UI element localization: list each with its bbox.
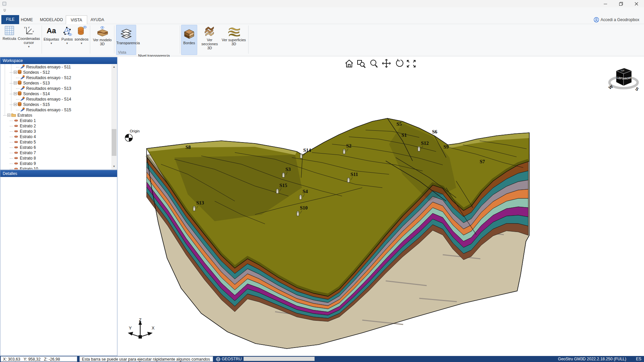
geostru-brand[interactable]: GEOSTRU	[216, 356, 241, 362]
user-icon	[594, 17, 599, 22]
borehole-label-s2: S2	[346, 143, 352, 148]
borehole-s9: S9	[443, 144, 449, 149]
sondeos-button[interactable]: sondeos ▼	[74, 25, 89, 46]
coordenadas-cursor-button[interactable]: Y z x Coordenadas cursor ▼	[17, 25, 40, 49]
scroll-up-icon[interactable]: ▲	[111, 64, 117, 70]
tree-item-estrato-2[interactable]: Estrato 2	[10, 123, 36, 129]
tree-expand-icon[interactable]	[14, 102, 17, 107]
resultado-icon	[20, 64, 25, 70]
bordes-label: Bordes	[183, 41, 195, 45]
puntos-button[interactable]: Puntos ▼	[60, 25, 74, 46]
tree-item-estrato-9[interactable]: Estrato 9	[10, 161, 36, 166]
borehole-label-s1: S1	[401, 132, 407, 138]
ver-superficies-3d-button[interactable]: Ver superficies 3D	[221, 25, 246, 46]
tree-item-estrato-1[interactable]: Estrato 1	[10, 118, 36, 123]
borehole-s6: S6	[432, 129, 437, 134]
tree-item-estratos[interactable]: Estratos	[3, 113, 32, 118]
dropdown-caret-icon[interactable]: ▼	[17, 45, 40, 49]
resultado-icon	[20, 86, 25, 91]
tree-expand-icon[interactable]	[7, 113, 11, 118]
tree-item-estrato-4[interactable]: Estrato 4	[10, 134, 36, 139]
tree-item-sondeos-s14[interactable]: Sondeos - S14	[10, 91, 50, 97]
estrato-icon	[14, 167, 18, 169]
geological-model[interactable]: S8S2S14S3S11S15S4S13S10S5S1S6S12S9S7	[118, 57, 644, 356]
borehole-label-s11: S11	[351, 172, 358, 177]
tree-item-label: Estrato 7	[20, 150, 36, 155]
tree-item-resultados-ensayo-s15[interactable]: Resultados ensayo - S15	[16, 107, 71, 113]
scroll-thumb[interactable]	[112, 129, 116, 156]
language-indicator[interactable]: ES	[636, 357, 641, 361]
close-button[interactable]	[629, 0, 644, 7]
tab-ayuda[interactable]: AYUDA	[86, 15, 109, 24]
ver-secciones-3d-button[interactable]: Ver secciones 3D	[199, 25, 220, 50]
minimize-button[interactable]	[598, 0, 613, 7]
borehole-s8: S8	[185, 144, 191, 150]
borehole-label-s9: S9	[443, 144, 449, 149]
tab-home[interactable]: HOME	[16, 15, 38, 24]
tree-expand-icon[interactable]	[14, 70, 17, 75]
tree-item-resultados-ensayo-s12[interactable]: Resultados ensayo - S12	[16, 75, 71, 80]
account-label: Accedi a Geodropbox	[601, 17, 639, 22]
ver-modelo-3d-button[interactable]: Ver modelo 3D	[92, 25, 113, 46]
tree-connector	[10, 105, 13, 105]
estrato-icon	[14, 118, 18, 123]
estrato-icon	[14, 145, 18, 150]
bordes-button[interactable]: Bordes	[181, 25, 197, 55]
borehole-label-s6: S6	[432, 129, 437, 134]
borders-layers-icon	[183, 28, 196, 40]
dropdown-caret-icon[interactable]: ▼	[43, 42, 60, 46]
tree-connector	[10, 121, 13, 121]
detalles-header[interactable]: Detalles	[0, 170, 117, 177]
cursor-coordinates: X: 303,63 Y: 958,32 Z: -26,98	[1, 356, 77, 362]
toolbar-options-icon[interactable]	[3, 9, 7, 12]
tree-item-resultados-ensayo-s13[interactable]: Resultados ensayo - S13	[16, 86, 71, 91]
terrain-model-icon	[96, 25, 109, 37]
tree-item-label: Sondeos - S12	[23, 70, 50, 75]
tree-item-estrato-6[interactable]: Estrato 6	[10, 145, 36, 150]
tree-connector	[10, 126, 13, 126]
tab-modelado[interactable]: MODELADO	[35, 15, 68, 24]
sections-icon	[203, 25, 216, 37]
estrato-icon	[14, 124, 18, 128]
restore-button[interactable]	[613, 0, 629, 7]
workspace-header[interactable]: Workspace	[0, 57, 117, 64]
dropdown-caret-icon[interactable]: ▼	[74, 42, 89, 46]
tree-connector	[10, 164, 13, 164]
tree-expand-icon[interactable]	[14, 92, 17, 96]
workspace-tree: Resultados ensayo - S11Sondeos - S12Resu…	[1, 64, 111, 169]
ver-modelo-label: Ver modelo 3D	[93, 38, 112, 46]
tree-connector	[10, 83, 13, 83]
workspace-scrollbar[interactable]: ▲ ▼	[111, 64, 117, 169]
tree-item-sondeos-s12[interactable]: Sondeos - S12	[10, 70, 50, 75]
etiquetas-button[interactable]: Aa Etiquetas ▼	[43, 25, 60, 46]
tree-item-estrato-8[interactable]: Estrato 8	[10, 156, 36, 161]
tree-item-sondeos-s15[interactable]: Sondeos - S15	[10, 102, 50, 107]
tree-item-label: Estratos	[17, 113, 32, 118]
scroll-down-icon[interactable]: ▼	[111, 164, 117, 169]
ver-secciones-label: Ver secciones 3D	[202, 38, 218, 50]
detalles-panel: Detalles	[0, 170, 117, 356]
labels-Aa-icon: Aa	[43, 25, 60, 36]
command-hint-bar[interactable]: Esta barra se puede usar para ejecutar r…	[79, 356, 213, 362]
tree-connector	[16, 78, 19, 78]
tree-expand-icon[interactable]	[14, 81, 17, 85]
tree-item-resultados-ensayo-s14[interactable]: Resultados ensayo - S14	[16, 97, 71, 102]
ver-superficies-label: Ver superficies 3D	[222, 38, 246, 46]
viewport-3d[interactable]: TOP LEFT FRONT W S Origin Z Y X	[118, 57, 644, 356]
account-login[interactable]: Accedi a Geodropbox	[594, 17, 639, 23]
tree-connector	[16, 67, 19, 67]
tree-item-sondeos-s13[interactable]: Sondeos - S13	[10, 80, 50, 86]
tree-item-estrato-5[interactable]: Estrato 5	[10, 139, 36, 145]
dropdown-caret-icon[interactable]: ▼	[60, 42, 74, 46]
tree-item-estrato-3[interactable]: Estrato 3	[10, 129, 36, 134]
borehole-s1: S1	[401, 132, 407, 138]
tree-item-estrato-7[interactable]: Estrato 7	[10, 150, 36, 156]
svg-text:x: x	[32, 30, 34, 33]
points-network-icon	[62, 25, 72, 36]
globe-icon	[216, 357, 220, 361]
tree-item-resultados-ensayo-s11[interactable]: Resultados ensayo - S11	[16, 64, 71, 70]
ribbon-group-label: Vista	[118, 50, 126, 54]
reticula-button[interactable]: Retícula	[2, 25, 17, 41]
tree-item-estrato-10[interactable]: Estrato 10	[10, 166, 38, 169]
tab-vista[interactable]: VISTA	[66, 15, 87, 24]
